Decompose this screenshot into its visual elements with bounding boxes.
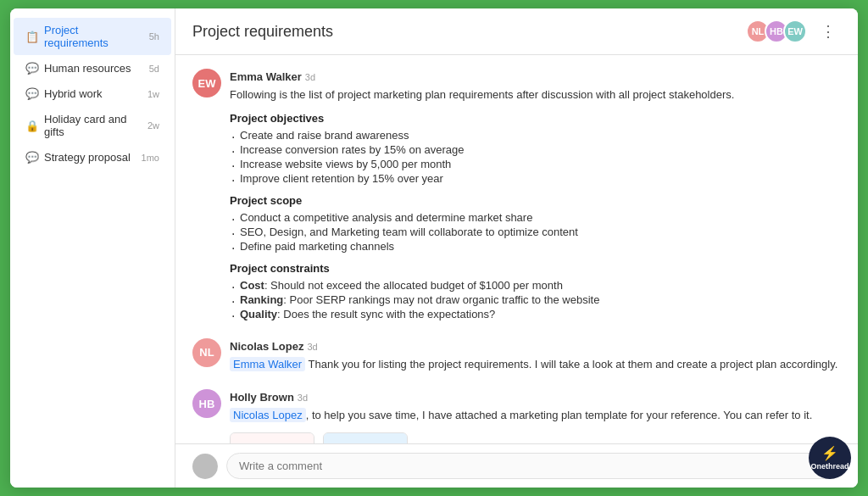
sidebar-item-icon-project-requirements: 📋 <box>25 31 39 43</box>
sidebar-item-time-strategy-proposal: 1mo <box>142 153 159 163</box>
message-intro-0: Following is the list of project marketi… <box>230 86 841 103</box>
bullet-item-0-1-2: Define paid marketing channels <box>230 239 841 254</box>
attachment-card-2-0[interactable]: 📄Marketing-plan...Proof this file 1h <box>230 432 314 444</box>
bullet-item-0-0-2: Increase website views by 5,000 per mont… <box>230 157 841 171</box>
app-container: 📋Project requirements5h💬Human resources5… <box>10 8 858 488</box>
message-block-0: EWEmma Walker3dFollowing is the list of … <box>192 69 841 321</box>
bullet-item-0-2-1: Ranking: Poor SERP rankings may not draw… <box>230 293 841 307</box>
sidebar-item-icon-strategy-proposal: 💬 <box>25 151 39 164</box>
logo-icon: ⚡ <box>821 445 838 461</box>
message-block-1: NLNicolas Lopez3dEmma Walker Thank you f… <box>192 338 841 373</box>
current-user-avatar <box>192 454 218 479</box>
logo-name: Onethread <box>810 462 849 471</box>
message-author-2: Holly Brown <box>230 391 294 404</box>
bullet-item-0-0-3: Improve client retention by 15% over yea… <box>230 171 841 186</box>
mention-tag-1: Emma Walker <box>230 357 305 371</box>
section-title-0-1: Project scope <box>230 194 841 207</box>
sidebar-item-time-project-requirements: 5h <box>149 31 159 42</box>
message-avatar-2: HB <box>192 389 221 418</box>
bullet-item-0-2-2: Quality: Does the result sync with the e… <box>230 307 841 321</box>
bullet-item-0-1-1: SEO, Design, and Marketing team will col… <box>230 225 841 239</box>
message-time-0: 3d <box>305 72 315 82</box>
attachments-2: 📄Marketing-plan...Proof this file 1hMark… <box>230 432 841 444</box>
sidebar-item-strategy-proposal[interactable]: 💬Strategy proposal1mo <box>14 145 171 170</box>
message-block-2: HBHolly Brown3dNicolas Lopez, to help yo… <box>192 389 841 443</box>
sidebar-item-holiday-card-gifts[interactable]: 🔒Holiday card and gifts2w <box>14 107 171 144</box>
message-body-2: Holly Brown3dNicolas Lopez, to help you … <box>230 389 841 443</box>
message-author-1: Nicolas Lopez <box>230 340 303 353</box>
sidebar-item-label-human-resources: Human resources <box>44 62 146 75</box>
more-menu-button[interactable]: ⋮ <box>815 19 841 44</box>
header-avatars: NLHBEW <box>751 20 807 43</box>
sidebar-item-label-holiday-card-gifts: Holiday card and gifts <box>44 113 144 138</box>
sidebar-item-human-resources[interactable]: 💬Human resources5d <box>14 56 171 81</box>
sidebar-item-label-strategy-proposal: Strategy proposal <box>44 151 138 164</box>
message-time-1: 3d <box>307 342 317 352</box>
bullet-item-0-2-0: Cost: Should not exceed the allocated bu… <box>230 278 841 293</box>
sidebar-item-icon-hybrid-work: 💬 <box>25 87 39 100</box>
bullet-item-0-1-0: Conduct a competitive analysis and deter… <box>230 210 841 225</box>
sidebar-item-time-human-resources: 5d <box>149 64 159 74</box>
message-author-0: Emma Walker <box>230 70 302 83</box>
sidebar-item-label-hybrid-work: Hybrid work <box>44 87 144 100</box>
sidebar-item-icon-holiday-card-gifts: 🔒 <box>25 120 39 132</box>
comment-area <box>175 443 858 488</box>
sidebar-item-project-requirements[interactable]: 📋Project requirements5h <box>14 18 171 55</box>
page-title: Project requirements <box>192 23 751 41</box>
sidebar: 📋Project requirements5h💬Human resources5… <box>10 8 175 488</box>
onethread-logo: ⚡ Onethread <box>809 437 851 479</box>
attachment-preview-2-0: 📄 <box>231 433 314 444</box>
sidebar-item-hybrid-work[interactable]: 💬Hybrid work1w <box>14 81 171 106</box>
message-text-1: Emma Walker Thank you for listing the pr… <box>230 356 841 373</box>
main-content: Project requirements NLHBEW ⋮ EWEmma Wal… <box>175 8 858 488</box>
bullet-list-0-2: Cost: Should not exceed the allocated bu… <box>230 278 841 321</box>
message-text-2: Nicolas Lopez, to help you save time, I … <box>230 407 841 424</box>
main-header: Project requirements NLHBEW ⋮ <box>175 8 858 55</box>
message-body-1: Nicolas Lopez3dEmma Walker Thank you for… <box>230 338 841 373</box>
mention-tag-2: Nicolas Lopez <box>230 408 306 422</box>
bullet-list-0-1: Conduct a competitive analysis and deter… <box>230 210 841 254</box>
header-avatar-2: EW <box>783 20 807 43</box>
attachment-preview-2-1 <box>324 433 407 444</box>
message-avatar-0: EW <box>192 69 221 98</box>
comment-input[interactable] <box>226 453 841 479</box>
sidebar-item-label-project-requirements: Project requirements <box>44 24 146 49</box>
message-body-0: Emma Walker3dFollowing is the list of pr… <box>230 69 841 321</box>
sidebar-item-icon-human-resources: 💬 <box>25 62 39 75</box>
message-avatar-1: NL <box>192 338 221 367</box>
bullet-list-0-0: Create and raise brand awarenessIncrease… <box>230 128 841 186</box>
bullet-item-0-0-1: Increase conversion rates by 15% on aver… <box>230 142 841 157</box>
bullet-item-0-0-0: Create and raise brand awareness <box>230 128 841 142</box>
sidebar-item-time-holiday-card-gifts: 2w <box>147 120 159 131</box>
section-title-0-2: Project constraints <box>230 262 841 275</box>
attachment-card-2-1[interactable]: Marketing-stra...Proof this file 1h <box>323 432 408 444</box>
message-time-2: 3d <box>298 393 308 403</box>
thread-area: EWEmma Walker3dFollowing is the list of … <box>175 55 858 443</box>
sidebar-item-time-hybrid-work: 1w <box>147 89 159 99</box>
section-title-0-0: Project objectives <box>230 112 841 125</box>
